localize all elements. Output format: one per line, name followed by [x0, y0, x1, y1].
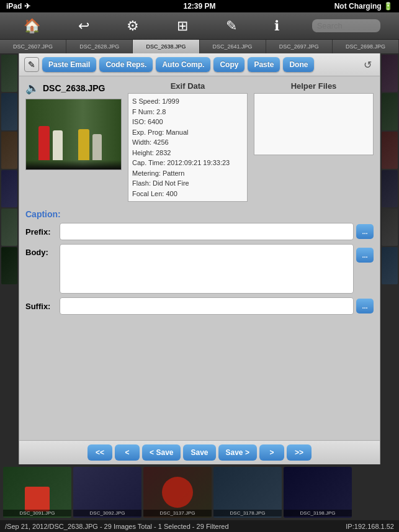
exif-area: Exif Data S Speed: 1/999 F Num: 2.8 ISO:… [128, 81, 248, 202]
grid-nav-icon[interactable]: ⊞ [172, 16, 193, 37]
status-left: iPad ✈ [6, 2, 30, 11]
suffix-input[interactable] [60, 297, 354, 315]
helper-box [254, 93, 374, 155]
first-button[interactable]: << [87, 444, 112, 461]
file-tab-0[interactable]: DSC_2607.JPG [0, 40, 66, 53]
save-prev-button[interactable]: < Save [142, 444, 181, 461]
body-row: Body: ... [25, 244, 374, 294]
bottom-thumb-4[interactable]: DSC_3198.JPG [284, 467, 352, 518]
body-label: Body: [25, 244, 60, 257]
right-thumb-1[interactable] [382, 55, 398, 92]
right-thumb-4[interactable] [382, 170, 398, 207]
paste-email-button[interactable]: Paste Email [42, 57, 96, 72]
bottom-thumb-label-0: DSC_3091.JPG [3, 510, 71, 516]
home-icon[interactable]: 🏠 [19, 16, 45, 37]
left-thumb-1[interactable] [1, 55, 17, 92]
ipad-label: iPad ✈ [6, 2, 30, 11]
prefix-row: Prefix: ... [25, 223, 374, 240]
status-time: 12:39 PM [183, 2, 215, 11]
exif-metering: Metering: Pattern [132, 168, 243, 179]
next-button[interactable]: > [259, 444, 284, 461]
caption-section: Caption: Prefix: ... Body: ... Suffix: .… [19, 207, 380, 440]
done-button[interactable]: Done [283, 57, 314, 72]
paste-button[interactable]: Paste [248, 57, 280, 72]
main-area: ✎ Paste Email Code Reps. Auto Comp. Copy… [0, 53, 399, 464]
info-icon[interactable]: ℹ [269, 16, 284, 37]
path-info: /Sep 21, 2012/DSC_2638.JPG - 29 Images T… [5, 523, 229, 530]
search-input[interactable] [312, 19, 380, 32]
edit-nav-icon[interactable]: ✎ [221, 16, 242, 37]
bottom-thumb-2[interactable]: DSC_3137.JPG [143, 467, 212, 518]
top-nav: 🏠 ↩ ⚙ ⊞ ✎ ℹ [0, 12, 399, 40]
body-ellipsis-button[interactable]: ... [356, 248, 374, 263]
exif-exp: Exp. Prog: Manual [132, 127, 243, 138]
speaker-icon: 🔈 [25, 81, 39, 95]
right-thumb-5[interactable] [382, 209, 398, 246]
exif-flash: Flash: Did Not Fire [132, 178, 243, 189]
save-button[interactable]: Save [183, 444, 215, 461]
suffix-row: Suffix: ... [25, 297, 374, 315]
helper-area: Helper Files [254, 81, 374, 155]
left-thumb-2[interactable] [1, 93, 17, 130]
exif-width: Width: 4256 [132, 137, 243, 148]
side-thumbs-right [380, 53, 399, 464]
left-thumb-3[interactable] [1, 132, 17, 169]
file-tab-4[interactable]: DSC_2697.JPG [266, 40, 333, 53]
refresh-icon[interactable]: ↺ [360, 57, 375, 72]
left-thumb-6[interactable] [1, 247, 17, 284]
exif-title: Exif Data [128, 81, 248, 91]
modal-panel: ✎ Paste Email Code Reps. Auto Comp. Copy… [19, 53, 380, 464]
bottom-thumb-1[interactable]: DSC_3092.JPG [73, 467, 141, 518]
status-bar: iPad ✈ 12:39 PM Not Charging 🔋 [0, 0, 399, 12]
exif-iso: ISO: 6400 [132, 117, 243, 127]
ip-info: IP:192.168.1.52 [346, 523, 394, 530]
suffix-ellipsis-button[interactable]: ... [356, 299, 374, 313]
image-info-section: 🔈 DSC_2638.JPG Exif Data [19, 76, 380, 207]
copy-button[interactable]: Copy [213, 57, 244, 72]
suffix-label: Suffix: [25, 302, 60, 311]
caption-label: Caption: [25, 209, 374, 219]
file-tab-3[interactable]: DSC_2641.JPG [200, 40, 266, 53]
auto-comp-button[interactable]: Auto Comp. [156, 57, 210, 72]
bottom-nav: << < < Save Save Save > > >> [19, 440, 380, 464]
gear-icon[interactable]: ⚙ [122, 16, 144, 37]
exif-box: S Speed: 1/999 F Num: 2.8 ISO: 6400 Exp.… [128, 93, 248, 202]
bottom-thumb-label-4: DSC_3198.JPG [284, 510, 352, 516]
bottom-thumb-0[interactable]: DSC_3091.JPG [3, 467, 71, 518]
save-next-button[interactable]: Save > [218, 444, 257, 461]
bottom-thumb-label-3: DSC_3178.JPG [213, 510, 282, 516]
code-reps-button[interactable]: Code Reps. [99, 57, 153, 72]
modal-toolbar: ✎ Paste Email Code Reps. Auto Comp. Copy… [19, 53, 380, 76]
file-tab-1[interactable]: DSC_2628.JPG [66, 40, 133, 53]
exif-focal: Focal Len: 400 [132, 189, 243, 199]
right-thumb-3[interactable] [382, 132, 398, 169]
side-thumbs-left [0, 53, 19, 464]
prev-button[interactable]: < [115, 444, 140, 461]
right-thumb-6[interactable] [382, 247, 398, 284]
battery-label: Not Charging 🔋 [334, 2, 393, 11]
share-nav-icon[interactable]: ↩ [73, 16, 94, 37]
image-preview [25, 99, 122, 170]
helper-title: Helper Files [254, 81, 374, 91]
file-tab-2[interactable]: DSC_2638.JPG [133, 40, 199, 53]
right-thumb-2[interactable] [382, 93, 398, 130]
prefix-label: Prefix: [25, 227, 60, 237]
left-thumb-4[interactable] [1, 170, 17, 207]
bottom-thumb-3[interactable]: DSC_3178.JPG [213, 467, 282, 518]
prefix-input[interactable] [60, 223, 354, 240]
edit-icon-button[interactable]: ✎ [24, 57, 39, 72]
filename-label: DSC_2638.JPG [43, 83, 105, 93]
body-textarea[interactable] [60, 244, 354, 294]
prefix-ellipsis-button[interactable]: ... [356, 224, 374, 239]
exif-speed: S Speed: 1/999 [132, 96, 243, 107]
last-button[interactable]: >> [287, 444, 312, 461]
bottom-thumb-label-1: DSC_3092.JPG [73, 510, 141, 516]
file-tabs: DSC_2607.JPG DSC_2628.JPG DSC_2638.JPG D… [0, 40, 399, 53]
file-tab-5[interactable]: DSC_2698.JPG [333, 40, 399, 53]
bottom-thumbs: DSC_3091.JPG DSC_3092.JPG DSC_3137.JPG D… [0, 464, 399, 520]
left-thumb-5[interactable] [1, 209, 17, 246]
exif-captime: Cap. Time: 2012:09:21 19:33:23 [132, 158, 243, 168]
status-right: Not Charging 🔋 [334, 2, 393, 11]
bottom-status: /Sep 21, 2012/DSC_2638.JPG - 29 Images T… [0, 520, 399, 532]
exif-fnum: F Num: 2.8 [132, 107, 243, 117]
